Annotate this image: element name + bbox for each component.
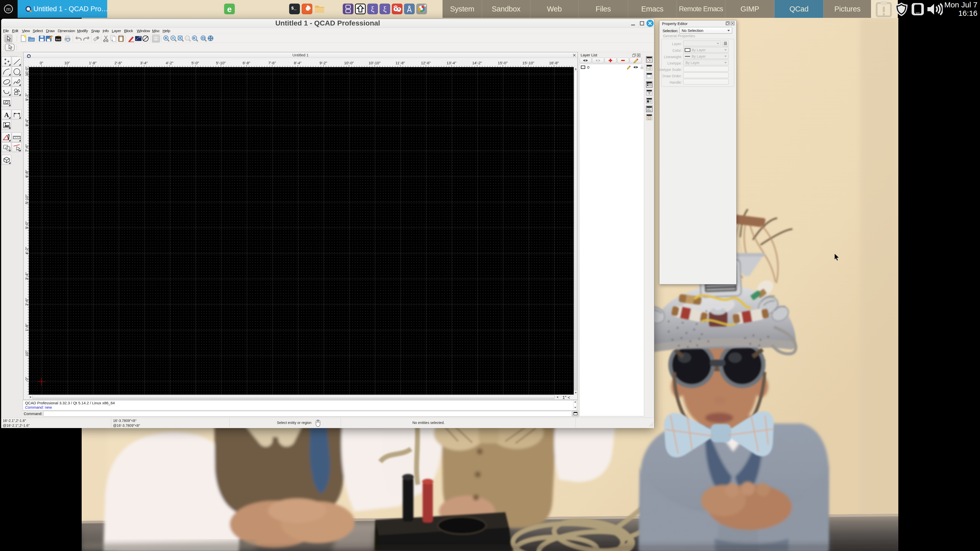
svg-text:+: + bbox=[112, 39, 113, 42]
svg-text:A: A bbox=[4, 111, 9, 119]
svg-text:$_: $_ bbox=[291, 6, 297, 11]
svg-text:e: e bbox=[227, 5, 232, 14]
svg-text:ξ: ξ bbox=[371, 5, 374, 13]
svg-text:SVG: SVG bbox=[56, 38, 60, 41]
svg-text:ξ: ξ bbox=[383, 5, 387, 13]
svg-text:m: m bbox=[6, 6, 11, 12]
